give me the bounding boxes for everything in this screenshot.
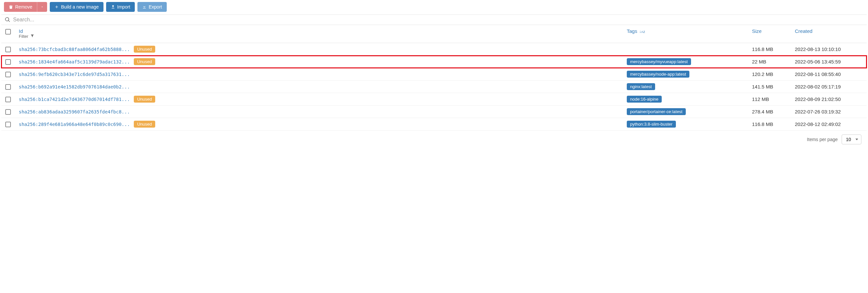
items-per-page-select[interactable]: 10 — [842, 135, 861, 144]
row-checkbox[interactable] — [5, 109, 11, 115]
created-cell: 2022-08-12 02:49:02 — [791, 118, 867, 131]
row-checkbox[interactable] — [5, 97, 11, 102]
table-row: sha256:b692a91e4e1582db97076184dae0b2...… — [1, 81, 867, 93]
plus-icon — [54, 5, 59, 9]
table-row: sha256:73bcfcbad3c88faa806d4fa62b5888...… — [1, 43, 867, 56]
row-checkbox[interactable] — [5, 84, 11, 90]
created-cell: 2022-08-11 08:55:40 — [791, 68, 867, 81]
build-image-button[interactable]: Build a new image — [50, 2, 103, 12]
size-cell: 278.4 MB — [748, 106, 791, 118]
image-id-link[interactable]: sha256:b1ca7421d2e7d436770d67014df781... — [19, 97, 130, 102]
column-id[interactable]: Id Filter — [15, 25, 623, 43]
image-id-link[interactable]: sha256:b692a91e4e1582db97076184dae0b2... — [19, 84, 130, 89]
toolbar: Remove Build a new image Import Export — [1, 1, 867, 14]
table-row: sha256:ab836adaa3259607fa2635fde4fbc8...… — [1, 106, 867, 118]
size-cell: 116.8 MB — [748, 118, 791, 131]
created-cell: 2022-05-06 13:45:59 — [791, 56, 867, 68]
table-row: sha256:289f4e681a966a48e64f0b89c0c690...… — [1, 118, 867, 131]
table-row: sha256:1834e4fa664aaf5c3139d79adac132...… — [1, 56, 867, 68]
search-row — [1, 14, 867, 25]
search-icon — [5, 17, 10, 23]
export-button[interactable]: Export — [137, 2, 166, 12]
size-cell: 22 MB — [748, 56, 791, 68]
unused-badge: Unused — [134, 96, 155, 103]
created-cell: 2022-07-26 03:19:32 — [791, 106, 867, 118]
remove-button-group: Remove — [4, 2, 47, 12]
table-row: sha256:b1ca7421d2e7d436770d67014df781...… — [1, 93, 867, 106]
row-checkbox[interactable] — [5, 59, 11, 65]
image-id-link[interactable]: sha256:73bcfcbad3c88faa806d4fa62b5888... — [19, 47, 130, 52]
trash-icon — [8, 5, 13, 9]
tag-badge: mercybassey/myvueapp:latest — [627, 58, 691, 65]
tag-badge: nginx:latest — [627, 83, 655, 90]
unused-badge: Unused — [134, 121, 155, 127]
created-cell: 2022-08-13 10:10:10 — [791, 43, 867, 56]
caret-down-icon — [40, 5, 44, 8]
table-header-row: Id Filter Tags ↓AZ Size Created — [1, 25, 867, 43]
image-id-link[interactable]: sha256:ab836adaa3259607fa2635fde4fbc8... — [19, 109, 130, 114]
table-row: sha256:9efb620cb343e71c6de97d5a317631...… — [1, 68, 867, 81]
column-created-label: Created — [795, 28, 812, 34]
remove-label: Remove — [15, 4, 32, 9]
column-size-label: Size — [752, 28, 762, 34]
column-tags-label: Tags — [627, 28, 637, 34]
image-id-link[interactable]: sha256:1834e4fa664aaf5c3139d79adac132... — [19, 59, 130, 65]
column-created[interactable]: Created — [791, 25, 867, 43]
image-id-link[interactable]: sha256:289f4e681a966a48e64f0b89c0c690... — [19, 122, 130, 127]
tag-badge: mercybassey/node-app:latest — [627, 71, 689, 78]
tag-badge: node:16-alpine — [627, 96, 662, 103]
column-tags[interactable]: Tags ↓AZ — [623, 25, 748, 43]
row-checkbox[interactable] — [5, 122, 11, 127]
search-input[interactable] — [13, 17, 863, 23]
column-id-label: Id — [19, 28, 619, 34]
created-cell: 2022-08-09 21:02:50 — [791, 93, 867, 106]
upload-icon — [111, 5, 115, 9]
import-button[interactable]: Import — [106, 2, 135, 12]
unused-badge: Unused — [134, 58, 155, 65]
size-cell: 116.8 MB — [748, 43, 791, 56]
size-cell: 112 MB — [748, 93, 791, 106]
image-id-link[interactable]: sha256:9efb620cb343e71c6de97d5a317631... — [19, 72, 130, 77]
import-label: Import — [117, 4, 130, 9]
download-icon — [142, 5, 147, 9]
unused-badge: Unused — [134, 46, 155, 52]
build-image-label: Build a new image — [61, 4, 98, 9]
tag-badge: portainer/portainer-ce:latest — [627, 108, 686, 115]
images-table: Id Filter Tags ↓AZ Size Created sha256:7… — [1, 25, 867, 131]
row-checkbox[interactable] — [5, 47, 11, 52]
size-cell: 120.2 MB — [748, 68, 791, 81]
remove-button[interactable]: Remove — [4, 2, 37, 12]
size-cell: 141.5 MB — [748, 81, 791, 93]
sort-icon: ↓AZ — [639, 29, 645, 34]
remove-dropdown-button[interactable] — [37, 2, 47, 12]
row-checkbox[interactable] — [5, 72, 11, 77]
column-size[interactable]: Size — [748, 25, 791, 43]
filter-icon[interactable] — [30, 34, 34, 38]
filter-label: Filter — [19, 34, 28, 39]
tag-badge: python:3.8-slim-buster — [627, 121, 676, 127]
table-footer: Items per page 10 — [1, 131, 867, 148]
items-per-page-label: Items per page — [807, 137, 838, 142]
created-cell: 2022-08-02 05:17:19 — [791, 81, 867, 93]
select-all-checkbox[interactable] — [5, 29, 11, 35]
export-label: Export — [149, 4, 162, 9]
